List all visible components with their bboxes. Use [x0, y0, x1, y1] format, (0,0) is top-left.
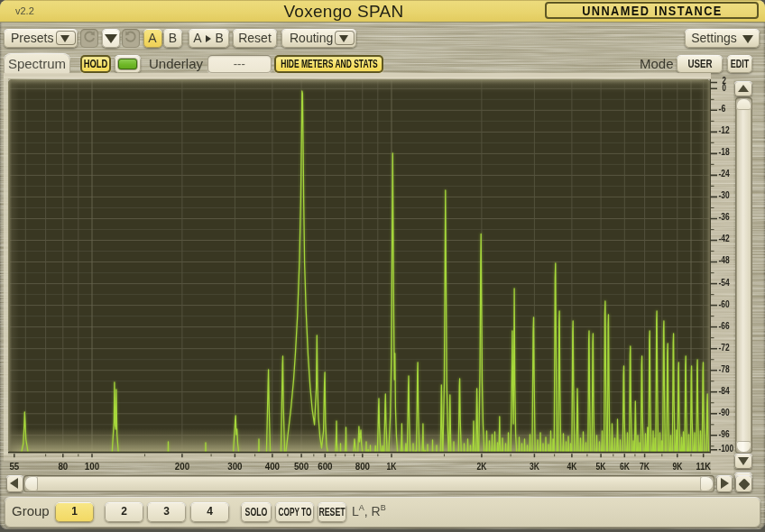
- svg-text:400: 400: [265, 461, 280, 472]
- svg-text:3K: 3K: [530, 461, 539, 472]
- svg-text:300: 300: [227, 461, 242, 472]
- svg-text:4K: 4K: [567, 461, 576, 472]
- svg-text:55: 55: [9, 461, 19, 472]
- svg-text:500: 500: [294, 461, 309, 472]
- svg-text:-48: -48: [719, 254, 730, 265]
- svg-text:5K: 5K: [596, 461, 606, 472]
- svg-text:100: 100: [85, 461, 99, 472]
- svg-text:-72: -72: [719, 342, 730, 353]
- svg-text:2K: 2K: [477, 461, 487, 472]
- svg-text:80: 80: [58, 461, 68, 472]
- svg-text:1K: 1K: [387, 461, 397, 472]
- svg-text:200: 200: [175, 461, 189, 472]
- svg-text:-6: -6: [719, 103, 726, 114]
- svg-text:-100: -100: [719, 443, 734, 454]
- svg-text:11K: 11K: [696, 461, 712, 472]
- svg-text:-36: -36: [719, 211, 730, 222]
- svg-text:6K: 6K: [620, 461, 630, 472]
- svg-text:-96: -96: [719, 428, 730, 439]
- svg-text:-18: -18: [719, 146, 730, 157]
- svg-text:-54: -54: [719, 277, 730, 288]
- svg-text:-78: -78: [719, 363, 730, 374]
- svg-text:-84: -84: [719, 385, 730, 396]
- svg-text:-30: -30: [719, 189, 730, 200]
- svg-text:7K: 7K: [640, 461, 650, 472]
- svg-text:-24: -24: [719, 168, 730, 179]
- svg-text:0: 0: [723, 82, 726, 93]
- svg-text:-66: -66: [719, 320, 730, 331]
- svg-text:-90: -90: [719, 407, 730, 417]
- svg-text:600: 600: [318, 461, 332, 472]
- svg-text:-60: -60: [719, 298, 730, 309]
- svg-text:800: 800: [355, 461, 370, 472]
- svg-text:9K: 9K: [672, 461, 682, 472]
- svg-text:-12: -12: [719, 124, 730, 135]
- svg-text:-42: -42: [719, 233, 730, 243]
